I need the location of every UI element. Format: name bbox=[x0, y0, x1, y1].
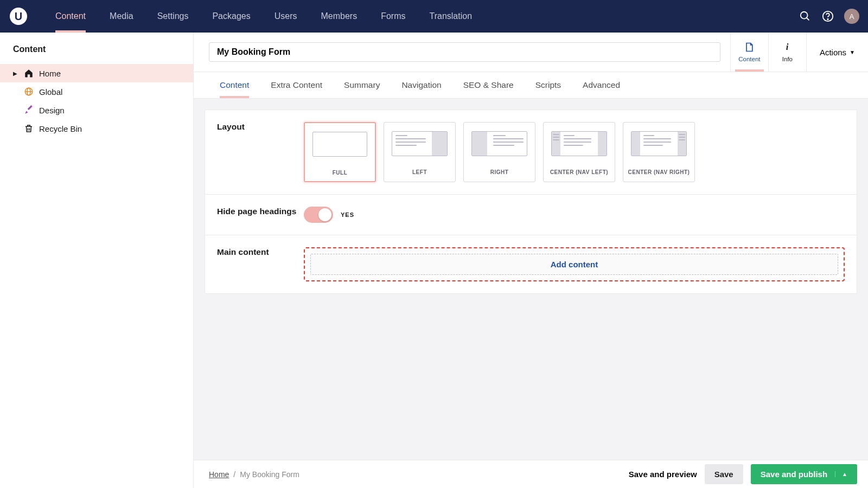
editor-scroll-area[interactable]: Layout FULL bbox=[194, 99, 868, 460]
top-nav-settings[interactable]: Settings bbox=[145, 0, 201, 33]
editor-apps: Content i Info bbox=[730, 33, 806, 72]
save-and-publish-button[interactable]: Save and publish ▲ bbox=[751, 464, 857, 484]
breadcrumb-separator: / bbox=[233, 470, 235, 479]
actions-menu-button[interactable]: Actions ▼ bbox=[806, 33, 868, 72]
layout-options: FULL LEFT bbox=[304, 122, 845, 182]
top-nav-label: Forms bbox=[381, 11, 405, 21]
palette-icon bbox=[24, 105, 34, 115]
tree-item-recycle-bin[interactable]: Recycle Bin bbox=[0, 119, 193, 138]
editor-main: Content i Info Actions ▼ Content Extra C… bbox=[194, 33, 868, 488]
add-content-label: Add content bbox=[551, 260, 598, 269]
property-hide-headings: Hide page headings YES bbox=[205, 195, 857, 235]
tab-seo-share[interactable]: SEO & Share bbox=[452, 72, 525, 98]
node-name-input[interactable] bbox=[209, 42, 720, 62]
top-nav-content[interactable]: Content bbox=[43, 0, 98, 33]
svg-point-0 bbox=[801, 12, 808, 19]
tab-label: Advanced bbox=[583, 80, 620, 89]
tree-item-home[interactable]: ▶ Home bbox=[0, 64, 193, 82]
svg-point-3 bbox=[827, 19, 828, 20]
property-label: Layout bbox=[217, 122, 304, 182]
tab-label: Navigation bbox=[401, 80, 441, 89]
layout-caption: FULL bbox=[305, 165, 375, 181]
chevron-up-icon[interactable]: ▲ bbox=[835, 471, 847, 477]
layout-option-center-nav-left[interactable]: CENTER (NAV LEFT) bbox=[543, 122, 615, 182]
publish-label: Save and publish bbox=[761, 470, 827, 479]
tree-item-global[interactable]: Global bbox=[0, 82, 193, 101]
top-navigation-bar: U Content Media Settings Packages Users … bbox=[0, 0, 868, 33]
layout-option-left[interactable]: LEFT bbox=[384, 122, 456, 182]
svg-line-1 bbox=[807, 18, 809, 21]
property-label: Hide page headings bbox=[217, 207, 304, 223]
tab-advanced[interactable]: Advanced bbox=[572, 72, 631, 98]
user-avatar[interactable]: A bbox=[844, 9, 859, 24]
tab-label: Content bbox=[220, 80, 249, 89]
chevron-down-icon: ▼ bbox=[850, 49, 855, 55]
topbar-icons: A bbox=[799, 0, 859, 33]
top-nav-label: Settings bbox=[157, 11, 189, 21]
app-logo[interactable]: U bbox=[10, 8, 27, 25]
property-layout: Layout FULL bbox=[205, 110, 857, 195]
content-tree: ▶ Home Global Design Recycle Bin bbox=[0, 64, 193, 138]
info-icon: i bbox=[782, 42, 793, 54]
app-label: Info bbox=[782, 56, 793, 62]
search-icon[interactable] bbox=[799, 10, 812, 23]
content-tree-sidebar: Content ▶ Home Global Design Recycle Bin bbox=[0, 33, 194, 488]
top-nav-forms[interactable]: Forms bbox=[369, 0, 417, 33]
tree-item-label: Recycle Bin bbox=[39, 124, 82, 133]
tab-content[interactable]: Content bbox=[209, 72, 260, 98]
top-nav-packages[interactable]: Packages bbox=[200, 0, 262, 33]
editor-footer: Home / My Booking Form Save and preview … bbox=[194, 460, 868, 488]
breadcrumb-home[interactable]: Home bbox=[209, 470, 229, 479]
tree-item-label: Home bbox=[39, 69, 61, 78]
footer-actions: Save and preview Save Save and publish ▲ bbox=[629, 464, 857, 484]
help-icon[interactable] bbox=[821, 10, 834, 23]
tab-navigation[interactable]: Navigation bbox=[391, 72, 452, 98]
breadcrumb: Home / My Booking Form bbox=[209, 470, 299, 479]
tab-label: Scripts bbox=[535, 80, 561, 89]
top-nav: Content Media Settings Packages Users Me… bbox=[43, 0, 484, 33]
top-nav-label: Packages bbox=[212, 11, 250, 21]
layout-option-center-nav-right[interactable]: CENTER (NAV RIGHT) bbox=[623, 122, 695, 182]
save-and-preview-button[interactable]: Save and preview bbox=[629, 470, 697, 479]
home-icon bbox=[24, 68, 34, 78]
actions-label: Actions bbox=[820, 48, 846, 57]
property-label: Main content bbox=[217, 247, 304, 281]
top-nav-members[interactable]: Members bbox=[309, 0, 369, 33]
layout-caption: CENTER (NAV RIGHT) bbox=[623, 165, 694, 181]
chevron-right-icon[interactable]: ▶ bbox=[13, 70, 18, 76]
top-nav-translation[interactable]: Translation bbox=[418, 0, 484, 33]
layout-caption: RIGHT bbox=[464, 165, 535, 181]
layout-option-right[interactable]: RIGHT bbox=[463, 122, 535, 182]
top-nav-label: Translation bbox=[430, 11, 473, 21]
layout-caption: LEFT bbox=[384, 165, 455, 181]
app-label: Content bbox=[738, 56, 760, 62]
avatar-initial: A bbox=[850, 12, 854, 21]
layout-option-full[interactable]: FULL bbox=[304, 122, 376, 182]
tree-item-label: Global bbox=[39, 87, 62, 97]
breadcrumb-current: My Booking Form bbox=[240, 470, 299, 479]
app-info[interactable]: i Info bbox=[768, 33, 806, 72]
top-nav-media[interactable]: Media bbox=[98, 0, 145, 33]
editor-header: Content i Info Actions ▼ bbox=[194, 33, 868, 72]
app-content[interactable]: Content bbox=[730, 33, 768, 72]
sidebar-title: Content bbox=[0, 33, 193, 64]
hide-headings-toggle[interactable] bbox=[304, 207, 333, 223]
trash-icon bbox=[24, 124, 34, 133]
toggle-value-label: YES bbox=[341, 211, 354, 218]
tutorial-highlight: Add content bbox=[304, 247, 845, 281]
tree-item-design[interactable]: Design bbox=[0, 101, 193, 119]
tab-extra-content[interactable]: Extra Content bbox=[260, 72, 333, 98]
tab-summary[interactable]: Summary bbox=[333, 72, 391, 98]
tab-label: SEO & Share bbox=[463, 80, 514, 89]
save-button[interactable]: Save bbox=[705, 464, 743, 484]
top-nav-users[interactable]: Users bbox=[263, 0, 309, 33]
globe-icon bbox=[24, 87, 34, 97]
editor-tabs: Content Extra Content Summary Navigation… bbox=[194, 72, 868, 99]
svg-text:i: i bbox=[786, 42, 789, 52]
properties-panel: Layout FULL bbox=[205, 110, 857, 294]
add-content-button[interactable]: Add content bbox=[310, 254, 838, 275]
tab-scripts[interactable]: Scripts bbox=[525, 72, 572, 98]
top-nav-label: Media bbox=[110, 11, 133, 21]
property-main-content: Main content Add content bbox=[205, 235, 857, 293]
tree-item-label: Design bbox=[39, 106, 65, 115]
